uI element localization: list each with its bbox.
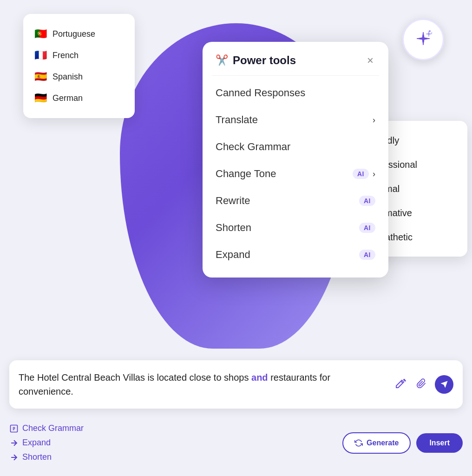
language-label: German xyxy=(52,93,83,103)
menu-item-left: Canned Responses xyxy=(216,87,305,99)
ai-badge: AI xyxy=(359,250,375,260)
language-label: Portuguese xyxy=(52,29,95,39)
menu-item-right: › xyxy=(373,115,375,125)
shorten-link[interactable]: Shorten xyxy=(9,452,84,462)
menu-item-translate[interactable]: Translate › xyxy=(203,106,388,133)
language-label: French xyxy=(52,51,79,60)
language-item[interactable]: 🇵🇹Portuguese xyxy=(34,23,124,45)
flag-icon: 🇵🇹 xyxy=(34,28,47,40)
ai-badge: AI xyxy=(353,169,369,179)
menu-item-left: Shorten xyxy=(216,222,251,234)
menu-item-label: Check Grammar xyxy=(216,141,290,153)
menu-item-left: Translate xyxy=(216,114,258,126)
menu-item-label: Rewrite xyxy=(216,195,250,207)
text-highlight: and xyxy=(251,372,268,383)
shorten-label: Shorten xyxy=(22,452,52,462)
panel-title-text: Power tools xyxy=(233,54,296,67)
ai-badge: AI xyxy=(359,223,375,233)
check-grammar-label: Check Grammar xyxy=(22,423,84,433)
magic-edit-button[interactable] xyxy=(393,376,408,393)
text-input-area: The Hotel Central Beach Villas is locate… xyxy=(9,360,463,409)
ai-badge: AI xyxy=(359,196,375,206)
text-input-content: The Hotel Central Beach Villas is locate… xyxy=(19,370,387,398)
generate-label: Generate xyxy=(367,439,399,447)
menu-item-label: Shorten xyxy=(216,222,251,234)
menu-item-expand[interactable]: Expand AI xyxy=(203,241,388,268)
insert-button[interactable]: Insert xyxy=(416,433,463,453)
close-button[interactable]: × xyxy=(365,53,375,68)
panel-header: ✂️ Power tools × xyxy=(203,42,388,75)
expand-label: Expand xyxy=(22,438,51,448)
generate-button[interactable]: Generate xyxy=(342,432,411,454)
svg-point-8 xyxy=(429,30,431,32)
bottom-right-actions: Generate Insert xyxy=(342,432,463,454)
menu-item-change-tone[interactable]: Change Tone AI› xyxy=(203,160,388,187)
menu-item-shorten[interactable]: Shorten AI xyxy=(203,214,388,241)
menu-item-left: Rewrite xyxy=(216,195,250,207)
menu-item-right: AI› xyxy=(353,169,375,179)
flag-icon: 🇪🇸 xyxy=(34,71,47,83)
menu-item-check-grammar[interactable]: Check Grammar xyxy=(203,133,388,160)
bottom-left-actions: Check Grammar Expand Shorten xyxy=(9,423,84,462)
menu-item-label: Expand xyxy=(216,249,250,261)
svg-point-9 xyxy=(431,33,433,34)
flag-icon: 🇩🇪 xyxy=(34,92,47,104)
svg-point-10 xyxy=(404,379,405,380)
language-label: Spanish xyxy=(52,72,83,82)
ai-sparkle-button[interactable] xyxy=(402,19,444,60)
language-item[interactable]: 🇫🇷French xyxy=(34,45,124,66)
menu-item-label: Change Tone xyxy=(216,168,276,180)
menu-item-left: Change Tone xyxy=(216,168,276,180)
chevron-icon: › xyxy=(373,169,375,179)
power-tools-panel: ✂️ Power tools × Canned Responses Transl… xyxy=(203,42,388,278)
text-actions xyxy=(393,375,453,394)
tools-icon: ✂️ xyxy=(216,54,228,66)
menu-item-right: AI xyxy=(359,223,375,233)
menu-item-right: AI xyxy=(359,250,375,260)
bottom-toolbar: Check Grammar Expand Shorten Generate In… xyxy=(9,423,463,462)
menu-item-canned-responses[interactable]: Canned Responses xyxy=(203,79,388,106)
panel-title: ✂️ Power tools xyxy=(216,54,296,67)
language-item[interactable]: 🇩🇪German xyxy=(34,87,124,109)
menu-item-left: Expand xyxy=(216,249,250,261)
svg-point-11 xyxy=(405,380,406,381)
send-button[interactable] xyxy=(435,375,453,394)
flag-icon: 🇫🇷 xyxy=(34,49,47,61)
expand-link[interactable]: Expand xyxy=(9,438,84,448)
language-item[interactable]: 🇪🇸Spanish xyxy=(34,66,124,87)
menu-item-left: Check Grammar xyxy=(216,141,290,153)
language-panel: 🇵🇹Portuguese🇫🇷French🇪🇸Spanish🇩🇪German xyxy=(23,14,135,118)
text-before: The Hotel Central Beach Villas is locate… xyxy=(19,372,251,383)
check-grammar-link[interactable]: Check Grammar xyxy=(9,423,84,433)
menu-item-right: AI xyxy=(359,196,375,206)
menu-item-rewrite[interactable]: Rewrite AI xyxy=(203,187,388,214)
menu-item-label: Translate xyxy=(216,114,258,126)
menu-item-label: Canned Responses xyxy=(216,87,305,99)
attach-button[interactable] xyxy=(414,377,428,393)
chevron-icon: › xyxy=(373,115,375,125)
panel-menu: Canned Responses Translate › Check Gramm… xyxy=(203,76,388,278)
